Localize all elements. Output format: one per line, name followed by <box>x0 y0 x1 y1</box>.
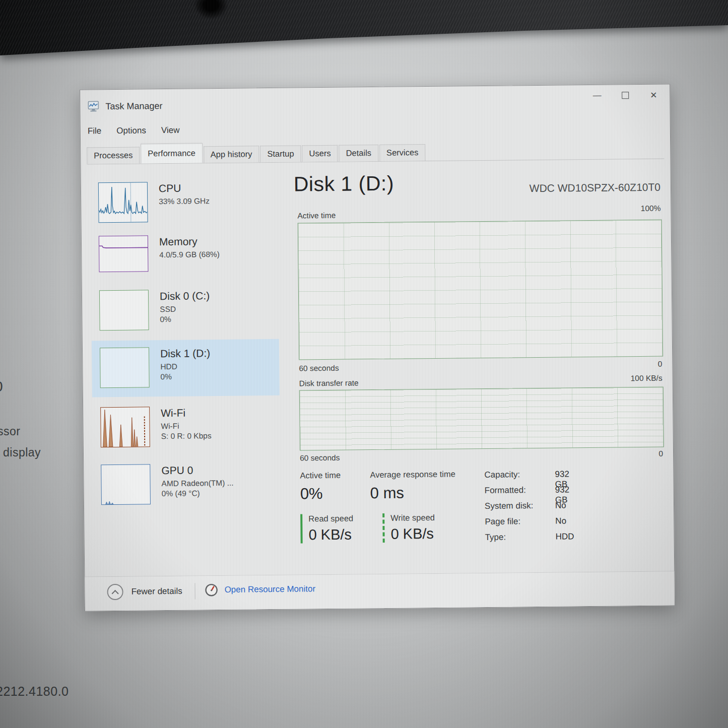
sidebar-cpu-title: CPU <box>159 181 210 195</box>
type-label: Type: <box>485 533 506 542</box>
sidebar-gpu-usage: 0% (49 °C) <box>162 488 234 498</box>
tab-startup[interactable]: Startup <box>260 145 301 162</box>
gpu-mini-chart <box>101 464 151 505</box>
open-resource-monitor-link[interactable]: Open Resource Monitor <box>204 582 315 597</box>
tab-processes[interactable]: Processes <box>87 147 140 164</box>
chart1-duration-label: 60 seconds <box>299 364 339 373</box>
disk0-mini-chart <box>99 290 149 330</box>
avg-response-stat-label: Average response time <box>370 470 455 480</box>
minimize-icon: — <box>593 91 602 101</box>
sidebar-gpu-title: GPU 0 <box>161 464 233 478</box>
transfer-rate-chart <box>299 387 664 451</box>
tab-app-history[interactable]: App history <box>204 146 259 163</box>
chart1-label: Active time <box>297 211 336 221</box>
sidebar-item-gpu[interactable]: GPU 0 AMD Radeon(TM) ... 0% (49 °C) <box>84 459 279 509</box>
page-title: Disk 1 (D:) <box>294 172 394 196</box>
sidebar-disk1-type: HDD <box>160 361 210 371</box>
chart2-duration-label: 60 seconds <box>300 453 340 463</box>
background-text-fragment: 0 <box>0 378 3 395</box>
sidebar-disk0-type: SSD <box>160 304 210 314</box>
menu-file[interactable]: File <box>88 126 102 136</box>
sidebar-cpu-detail: 33% 3.09 GHz <box>159 196 210 206</box>
menu-options[interactable]: Options <box>116 125 146 136</box>
background-text-fragment: 2212.4180.0 <box>0 684 69 699</box>
chart1-max-label: 100% <box>641 204 661 213</box>
sidebar-item-disk0[interactable]: Disk 0 (C:) SSD 0% <box>82 285 277 335</box>
resource-monitor-gauge-icon <box>204 583 218 597</box>
sidebar-item-wifi[interactable]: Wi-Fi Wi-Fi S: 0 R: 0 Kbps <box>83 402 278 452</box>
sidebar-wifi-adapter: Wi-Fi <box>161 421 211 431</box>
menu-view[interactable]: View <box>161 125 180 136</box>
type-value: HDD <box>556 532 574 542</box>
background-text-fragment: display <box>3 446 41 459</box>
detail-row: Page file: No <box>485 516 520 527</box>
fewer-details-label: Fewer details <box>131 586 182 597</box>
footer-bar: Fewer details Open Resource Monitor <box>85 571 675 611</box>
page-file-label: Page file: <box>485 516 520 526</box>
active-time-stat-value: 0% <box>300 485 323 503</box>
read-speed-label: Read speed <box>308 513 376 523</box>
memory-mini-chart <box>99 235 149 272</box>
write-speed-block: Write speed 0 KB/s <box>382 512 458 542</box>
sidebar-wifi-rates: S: 0 R: 0 Kbps <box>161 431 212 441</box>
active-time-chart <box>298 220 664 360</box>
active-time-stat-label: Active time <box>300 471 341 481</box>
tab-services[interactable]: Services <box>379 144 426 161</box>
detail-row: System disk: No <box>485 501 534 511</box>
sidebar-disk1-usage: 0% <box>160 371 210 381</box>
laptop-bezel <box>0 0 728 65</box>
open-resource-monitor-label: Open Resource Monitor <box>225 584 316 595</box>
task-manager-window: Task Manager — ✕ File Options View Proce… <box>80 84 675 611</box>
sidebar-wifi-title: Wi-Fi <box>161 406 211 420</box>
chart1-min-label: 0 <box>658 360 663 369</box>
detail-row: Capacity: 932 GB <box>484 470 520 480</box>
maximize-button[interactable] <box>611 86 639 105</box>
detail-row: Formatted: 932 GB <box>485 485 526 496</box>
task-manager-app-icon <box>87 100 100 113</box>
system-disk-label: System disk: <box>485 501 534 511</box>
tab-users[interactable]: Users <box>302 145 338 162</box>
cpu-mini-chart <box>98 182 148 223</box>
sidebar-disk0-title: Disk 0 (C:) <box>160 289 210 303</box>
close-icon: ✕ <box>650 90 657 100</box>
fewer-details-button[interactable]: Fewer details <box>107 583 182 600</box>
disk-model-label: WDC WD10SPZX-60Z10T0 <box>530 181 660 194</box>
photo-of-laptop-screen: 0 ssor display 2212.4180.0 Task Manager … <box>0 0 728 728</box>
background-text-fragment: ssor <box>0 425 20 438</box>
close-button[interactable]: ✕ <box>639 85 668 105</box>
tab-strip: Processes Performance App history Startu… <box>87 139 664 165</box>
tab-performance[interactable]: Performance <box>141 143 203 163</box>
write-speed-label: Write speed <box>390 512 458 522</box>
sidebar-item-disk1[interactable]: Disk 1 (D:) HDD 0% <box>92 339 280 398</box>
footer-separator <box>194 583 195 599</box>
sidebar-gpu-name: AMD Radeon(TM) ... <box>161 478 233 489</box>
tab-details[interactable]: Details <box>339 145 378 162</box>
maximize-icon <box>622 92 629 99</box>
sidebar-disk0-usage: 0% <box>160 314 210 324</box>
sidebar-item-memory[interactable]: Memory 4.0/5.9 GB (68%) <box>82 230 277 277</box>
detail-row: Type: HDD <box>485 533 506 543</box>
chart2-min-label: 0 <box>658 449 663 458</box>
sidebar-disk1-title: Disk 1 (D:) <box>160 347 210 360</box>
read-speed-value: 0 KB/s <box>308 526 376 543</box>
system-disk-value: No <box>555 500 566 510</box>
chart2-max-label: 100 KB/s <box>631 374 663 383</box>
wifi-mini-chart <box>100 407 150 447</box>
read-speed-block: Read speed 0 KB/s <box>300 513 376 543</box>
formatted-label: Formatted: <box>485 485 526 495</box>
menu-bar: File Options View <box>88 125 180 137</box>
sidebar-memory-detail: 4.0/5.9 GB (68%) <box>159 249 220 260</box>
window-title: Task Manager <box>105 101 162 112</box>
page-file-value: No <box>555 516 566 526</box>
sidebar-memory-title: Memory <box>159 235 220 248</box>
capacity-label: Capacity: <box>484 470 520 480</box>
title-bar: Task Manager — ✕ <box>80 84 670 119</box>
write-speed-value: 0 KB/s <box>390 525 458 542</box>
disk1-mini-chart <box>100 347 150 388</box>
sidebar-item-cpu[interactable]: CPU 33% 3.09 GHz <box>81 177 276 227</box>
chart2-label: Disk transfer rate <box>299 378 359 388</box>
avg-response-stat-value: 0 ms <box>370 484 405 503</box>
minimize-button[interactable]: — <box>583 86 611 106</box>
chevron-up-circle-icon <box>107 584 123 600</box>
